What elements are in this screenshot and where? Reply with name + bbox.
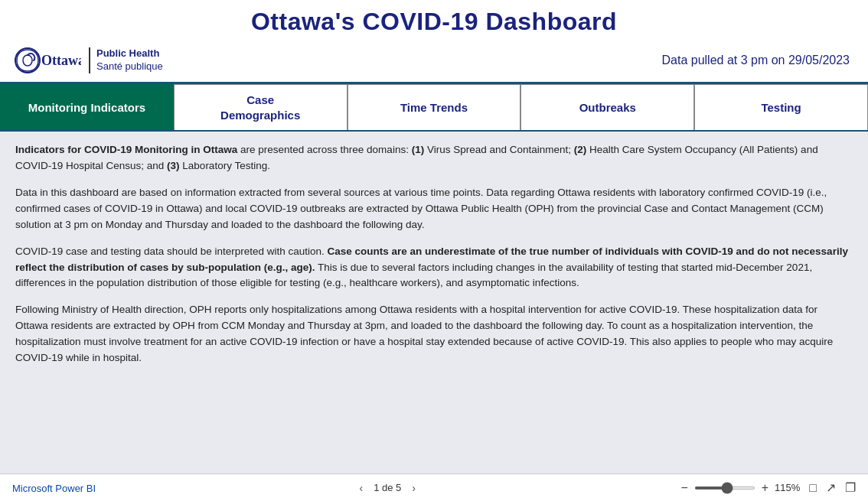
logo-line1: Public Health	[96, 47, 163, 60]
logo-date-row: Ottawa Public Health Santé publique Data…	[0, 39, 868, 84]
zoom-in-button[interactable]: +	[760, 481, 770, 495]
bottom-right: − + 115% □ ↗ ❐	[679, 480, 856, 495]
paragraph-4: Following Ministry of Health direction, …	[15, 302, 853, 366]
tab-testing[interactable]: Testing	[694, 84, 868, 130]
nav-tabs: Monitoring Indicators CaseDemographics T…	[0, 84, 868, 132]
pagination: ‹ 1 de 5 ›	[356, 482, 419, 494]
zoom-out-button[interactable]: −	[679, 481, 689, 495]
svg-point-0	[15, 48, 40, 73]
tab-monitoring[interactable]: Monitoring Indicators	[0, 84, 174, 130]
share-icon[interactable]: ↗	[826, 480, 836, 495]
zoom-slider[interactable]	[694, 486, 755, 490]
data-pull-date: Data pulled at 3 pm on 29/05/2023	[661, 54, 850, 67]
page-header: Ottawa's COVID-19 Dashboard	[0, 0, 868, 39]
fit-page-icon[interactable]: □	[809, 481, 817, 495]
paragraph-1: Indicators for COVID-19 Monitoring in Ot…	[15, 142, 853, 174]
tab-outbreaks[interactable]: Outbreaks	[520, 84, 694, 130]
bottom-bar: Microsoft Power BI ‹ 1 de 5 › − + 115% □…	[0, 473, 868, 501]
prev-page-button[interactable]: ‹	[356, 482, 366, 494]
power-bi-link[interactable]: Microsoft Power BI	[12, 483, 96, 494]
bottom-left: Microsoft Power BI	[12, 481, 96, 495]
logo-line2: Santé publique	[96, 60, 163, 73]
page-title: Ottawa's COVID-19 Dashboard	[15, 8, 853, 36]
expand-icon[interactable]: ❐	[845, 480, 856, 495]
main-container: Ottawa's COVID-19 Dashboard Ottawa Publi…	[0, 0, 868, 501]
paragraph-2: Data in this dashboard are based on info…	[15, 185, 853, 233]
content-area: Indicators for COVID-19 Monitoring in Ot…	[0, 132, 868, 473]
tab-time-trends[interactable]: Time Trends	[348, 84, 521, 130]
current-page: 1 de 5	[374, 482, 401, 493]
paragraph-3: COVID-19 case and testing data should be…	[15, 244, 853, 292]
svg-text:Ottawa: Ottawa	[41, 53, 81, 68]
zoom-controls: − + 115%	[679, 481, 800, 495]
logo-text: Public Health Santé publique	[89, 47, 163, 73]
ottawa-logo-icon: Ottawa	[12, 44, 81, 77]
zoom-percent: 115%	[775, 482, 800, 493]
tab-case-demographics[interactable]: CaseDemographics	[174, 84, 348, 130]
logo-area: Ottawa Public Health Santé publique	[12, 44, 163, 77]
next-page-button[interactable]: ›	[409, 482, 419, 494]
